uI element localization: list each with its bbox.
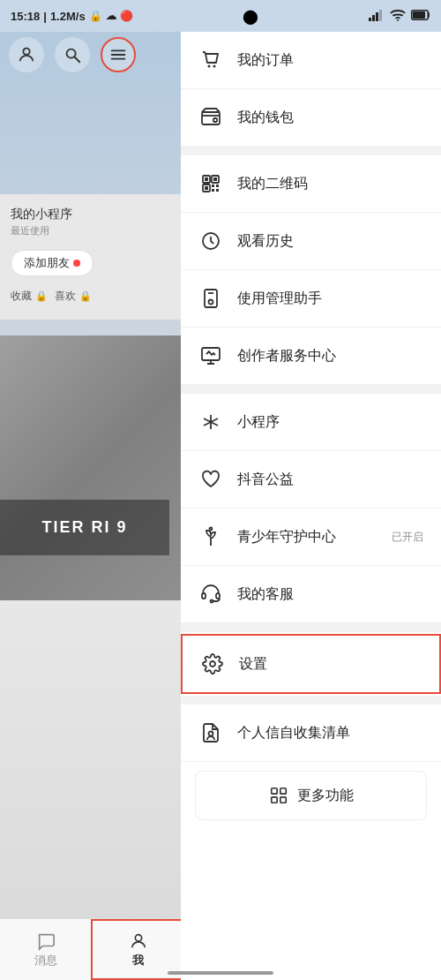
svg-point-39 [211,600,213,603]
settings-icon [200,652,225,676]
svg-point-4 [397,19,399,21]
add-friend-notification-dot [73,260,80,267]
service-label: 我的客服 [237,585,423,604]
menu-item-qrcode[interactable]: 我的二维码 [181,155,441,213]
network-icon: 🔒 [89,10,102,22]
menu-item-wallet[interactable]: 我的钱包 [181,89,441,147]
left-content-panel: 我的小程序 最近使用 添加朋友 收藏 🔒 喜欢 🔒 [0,194,185,320]
svg-rect-26 [212,189,214,192]
menu-item-creator[interactable]: 创作者服务中心 [181,328,441,385]
qrcode-label: 我的二维码 [237,175,423,193]
svg-point-14 [208,65,211,68]
grid-icon [269,786,288,805]
menu-item-charity[interactable]: 抖音公益 [181,451,441,509]
menu-icon-btn[interactable] [101,37,136,72]
svg-point-36 [210,528,213,531]
youth-label: 青少年守护中心 [237,528,377,547]
more-features-button[interactable]: 更多功能 [195,771,427,820]
separator-2 [181,385,441,394]
search-icon-btn[interactable] [55,37,90,72]
tier-text: TIER RI 9 [41,518,127,537]
tier-badge: TIER RI 9 [0,500,169,555]
more-features-label: 更多功能 [297,787,354,805]
svg-rect-2 [376,12,378,21]
menu-item-miniapp[interactable]: 小程序 [181,394,441,451]
nav-item-messages[interactable]: 消息 [0,919,91,980]
svg-rect-21 [213,177,217,181]
menu-list: 我的订单 我的钱包 [181,0,441,820]
lock-icon-favorites: 🔒 [35,290,48,302]
svg-rect-17 [213,118,217,122]
svg-rect-0 [369,18,371,21]
center-icon: ⬤ [243,8,258,25]
extra-icon: 🔴 [120,10,133,22]
assistant-label: 使用管理助手 [237,290,423,308]
separator-1 [181,147,441,155]
person-icon-btn[interactable] [9,37,44,72]
menu-item-history[interactable]: 观看历史 [181,213,441,270]
svg-rect-6 [413,11,425,19]
nav-messages-label: 消息 [34,953,57,969]
cart-icon [198,48,223,72]
menu-item-order[interactable]: 我的订单 [181,32,441,89]
battery-icon [411,9,430,23]
qrcode-icon [198,171,223,196]
svg-rect-23 [205,186,208,190]
asterisk-icon [198,410,223,434]
right-menu-panel: 我的订单 我的钱包 [181,0,441,980]
svg-rect-38 [216,593,220,599]
svg-rect-25 [216,185,219,187]
menu-item-youth[interactable]: 青少年守护中心 已开启 [181,509,441,566]
order-label: 我的订单 [237,51,423,70]
svg-rect-27 [216,189,219,192]
cloud-icon: ☁ [106,10,116,22]
status-icons [369,9,430,24]
add-friend-label: 添加朋友 [24,255,70,271]
monitor-icon [198,343,223,368]
svg-line-9 [75,57,80,63]
photo-area [0,335,185,600]
svg-rect-37 [202,593,206,599]
svg-rect-3 [379,10,382,21]
collection-label: 收藏 [11,289,32,304]
likes-label: 喜欢 [55,289,76,304]
svg-point-40 [210,661,215,667]
wifi-icon [390,9,406,24]
svg-rect-42 [271,788,276,794]
history-label: 观看历史 [237,232,423,251]
signal-icon [369,9,385,24]
miniapp-label: 小程序 [237,413,423,432]
menu-item-assistant[interactable]: 使用管理助手 [181,270,441,328]
svg-rect-45 [280,797,285,803]
phone-settings-icon [198,286,223,311]
svg-point-30 [209,300,213,305]
network-speed-value: 1.2M/s [50,10,86,23]
svg-rect-44 [271,797,276,803]
time: 15:18 [11,10,40,23]
menu-item-personal-info[interactable]: 个人信自收集清单 [181,705,441,762]
svg-rect-43 [280,788,285,794]
clock-icon [198,229,223,253]
lock-icon-likes: 🔒 [79,290,92,302]
youth-badge: 已开启 [392,530,423,545]
wallet-icon [198,105,223,130]
person-file-icon [198,720,223,745]
mini-program-title: 我的小程序 [11,207,175,222]
status-info: 15:18 | 1.2M/s 🔒 ☁ 🔴 [11,10,133,23]
creator-label: 创作者服务中心 [237,347,423,366]
svg-rect-24 [212,185,214,187]
collections-row: 收藏 🔒 喜欢 🔒 [11,289,175,304]
menu-item-settings[interactable]: 设置 [181,634,441,694]
menu-item-service[interactable]: 我的客服 [181,566,441,623]
headset-icon [198,582,223,607]
bottom-nav: 消息 我 [0,918,185,980]
home-indicator [168,971,273,975]
icon-bar [9,37,136,72]
mini-program-sub: 最近使用 [11,224,175,237]
collection-item-likes: 喜欢 🔒 [55,289,92,304]
status-bar: 15:18 | 1.2M/s 🔒 ☁ 🔴 ⬤ [0,0,441,32]
settings-label: 设置 [239,655,422,674]
wallet-label: 我的钱包 [237,109,423,127]
add-friend-button[interactable]: 添加朋友 [11,250,93,276]
photo-placeholder [0,335,185,600]
